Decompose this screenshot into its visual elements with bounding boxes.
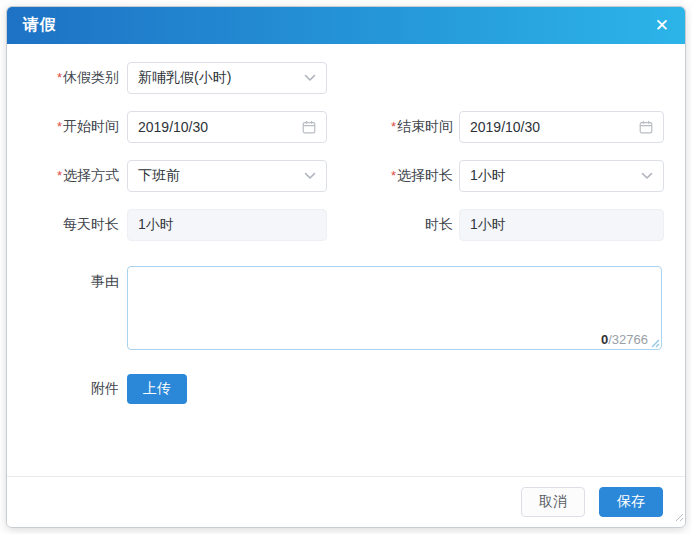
row-selects: *选择方式 下班前 *选择时长 1小时: [39, 160, 685, 192]
reason-label: 事由: [39, 273, 119, 291]
row-reason: 事由 0/32766: [39, 266, 685, 354]
leave-type-label: *休假类别: [39, 69, 119, 87]
row-readonly-durations: 每天时长 1小时 时长 1小时: [39, 209, 685, 241]
end-time-value: 2019/10/30: [470, 119, 639, 135]
attachment-label: 附件: [39, 380, 119, 398]
dialog-title: 请假: [23, 15, 57, 36]
end-time-label: *结束时间: [389, 118, 453, 136]
reason-textarea-wrap: 0/32766: [127, 266, 662, 354]
duration-label: 时长: [389, 216, 453, 234]
required-marker: *: [57, 168, 62, 183]
required-marker: *: [391, 168, 396, 183]
select-method-select[interactable]: 下班前: [127, 160, 327, 192]
save-button[interactable]: 保存: [599, 487, 663, 517]
select-method-value: 下班前: [138, 167, 304, 185]
duration-field: 1小时: [459, 209, 664, 241]
dialog-resize-handle[interactable]: [675, 508, 684, 526]
calendar-icon[interactable]: [639, 120, 653, 134]
start-time-value: 2019/10/30: [138, 119, 302, 135]
end-time-input[interactable]: 2019/10/30: [459, 111, 664, 143]
row-dates: *开始时间 2019/10/30 *结束时间 2019/10/30: [39, 111, 685, 143]
dialog-header: 请假 ✕: [7, 7, 685, 44]
row-leave-type: *休假类别 新哺乳假(小时): [39, 62, 685, 94]
chevron-down-icon: [641, 172, 653, 180]
daily-duration-label: 每天时长: [39, 216, 119, 234]
daily-duration-field: 1小时: [127, 209, 327, 241]
chevron-down-icon: [304, 74, 316, 82]
calendar-icon[interactable]: [302, 120, 316, 134]
select-duration-value: 1小时: [470, 167, 641, 185]
duration-value: 1小时: [470, 216, 653, 234]
leave-request-dialog: 请假 ✕ *休假类别 新哺乳假(小时) *开始时: [6, 6, 686, 528]
dialog-footer: 取消 保存: [7, 476, 685, 527]
close-icon[interactable]: ✕: [655, 17, 669, 34]
start-time-input[interactable]: 2019/10/30: [127, 111, 327, 143]
daily-duration-value: 1小时: [138, 216, 316, 234]
upload-button[interactable]: 上传: [127, 374, 187, 404]
leave-type-value: 新哺乳假(小时): [138, 69, 304, 87]
required-marker: *: [57, 70, 62, 85]
row-attachment: 附件 上传: [39, 374, 685, 404]
start-time-label: *开始时间: [39, 118, 119, 136]
screen-background: 请假 ✕ *休假类别 新哺乳假(小时) *开始时: [0, 0, 692, 534]
chevron-down-icon: [304, 172, 316, 180]
select-method-label: *选择方式: [39, 167, 119, 185]
leave-type-select[interactable]: 新哺乳假(小时): [127, 62, 327, 94]
cancel-button[interactable]: 取消: [521, 487, 585, 517]
required-marker: *: [391, 119, 396, 134]
textarea-resize-handle[interactable]: [650, 334, 660, 352]
select-duration-label: *选择时长: [389, 167, 453, 185]
reason-textarea[interactable]: [127, 266, 662, 350]
dialog-body: *休假类别 新哺乳假(小时) *开始时间 2019/10/30: [7, 44, 685, 404]
required-marker: *: [57, 119, 62, 134]
select-duration-select[interactable]: 1小时: [459, 160, 664, 192]
